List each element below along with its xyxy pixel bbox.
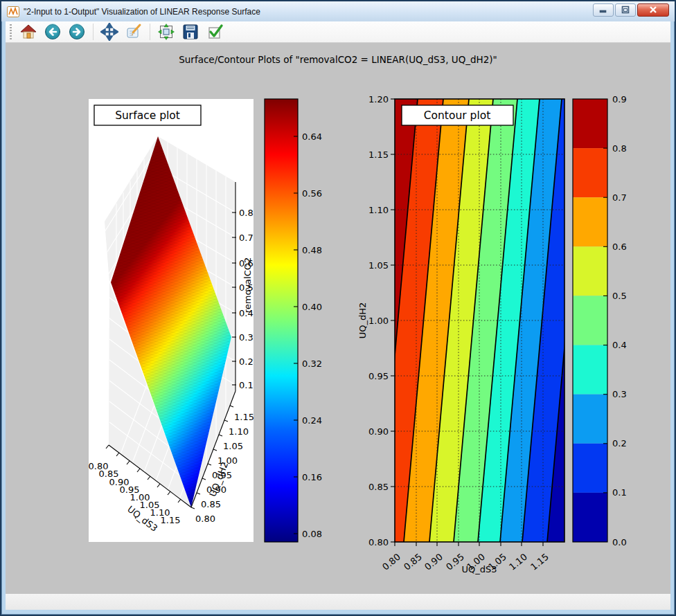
y-tick: 0.85 bbox=[201, 499, 221, 509]
back-icon bbox=[44, 23, 62, 41]
contour-y-label: UQ_dH2 bbox=[357, 302, 368, 339]
toolbar-separator bbox=[150, 24, 150, 40]
forward-icon bbox=[68, 23, 86, 41]
surface-plot: 0.8 0.7 0.6 0.5 0.4 0.3 0.2 0.1 removalC… bbox=[89, 99, 254, 542]
colorbar-tick: 0.40 bbox=[302, 302, 322, 312]
contour-x-label: UQ_dS3 bbox=[461, 564, 497, 574]
colorbar-tick: 0.3 bbox=[612, 389, 627, 399]
close-button[interactable] bbox=[637, 3, 669, 17]
colorbar-tick: 0.08 bbox=[302, 529, 322, 539]
x-tick: 0.80 bbox=[380, 552, 402, 572]
y-tick: 0.85 bbox=[368, 482, 389, 492]
minimize-icon bbox=[598, 6, 608, 14]
edit-plot-button[interactable] bbox=[124, 22, 143, 42]
back-button[interactable] bbox=[43, 22, 62, 42]
x-tick: 1.15 bbox=[528, 552, 551, 572]
colorbar-tick: 0.24 bbox=[302, 415, 322, 426]
maximize-icon bbox=[621, 6, 630, 14]
toolbar-separator bbox=[93, 24, 94, 40]
x-tick: 1.15 bbox=[161, 515, 181, 525]
pan-icon bbox=[100, 23, 118, 41]
figure-suptitle: Surface/Contour Plots of "removalCO2 = L… bbox=[179, 54, 497, 65]
colorbar-tick: 0.5 bbox=[612, 291, 627, 301]
contour-colorbar: 0.9 0.8 0.7 0.6 0.5 0.4 0.3 0.2 0.1 0.0 bbox=[573, 94, 627, 547]
window-title: "2-Input to 1-Output" Visualization of L… bbox=[24, 7, 260, 17]
y-tick: 1.15 bbox=[368, 150, 389, 160]
colorbar-tick: 0.56 bbox=[302, 188, 322, 199]
check-icon bbox=[206, 23, 224, 41]
minimize-button[interactable] bbox=[593, 3, 614, 17]
colorbar-tick: 0.9 bbox=[612, 94, 627, 105]
window-controls bbox=[593, 0, 669, 24]
pan-button[interactable] bbox=[100, 22, 119, 42]
colorbar-tick: 0.32 bbox=[302, 359, 322, 369]
apply-check-button[interactable] bbox=[205, 22, 224, 42]
colorbar-tick: 0.64 bbox=[302, 132, 322, 142]
app-window: "2-Input to 1-Output" Visualization of L… bbox=[0, 0, 676, 616]
home-button[interactable] bbox=[19, 22, 38, 42]
home-icon bbox=[19, 23, 37, 41]
y-tick: 0.90 bbox=[368, 426, 389, 437]
contour-x-ticks bbox=[395, 542, 543, 546]
app-logo-icon bbox=[7, 6, 19, 17]
edit-plot-icon bbox=[125, 23, 143, 41]
colorbar-tick: 0.4 bbox=[612, 340, 627, 350]
surface-title: Surface plot bbox=[115, 109, 180, 122]
y-tick: 1.10 bbox=[368, 205, 389, 215]
maximize-button[interactable] bbox=[615, 3, 636, 17]
surface-z-axis: 0.8 0.7 0.6 0.5 0.4 0.3 0.2 0.1 removalC… bbox=[232, 182, 254, 391]
z-tick: 0.3 bbox=[239, 332, 254, 343]
contour-y-ticks bbox=[391, 99, 395, 542]
colorbar-tick: 0.7 bbox=[612, 192, 627, 203]
colorbar-tick: 0.2 bbox=[612, 438, 627, 449]
y-tick: 1.15 bbox=[234, 412, 254, 422]
configure-subplots-button[interactable] bbox=[157, 22, 176, 42]
titlebar[interactable]: "2-Input to 1-Output" Visualization of L… bbox=[1, 1, 675, 21]
y-tick: 1.10 bbox=[229, 426, 249, 437]
status-bar bbox=[6, 594, 670, 610]
y-tick: 0.80 bbox=[368, 537, 389, 547]
y-tick: 0.80 bbox=[195, 514, 215, 524]
y-tick: 1.05 bbox=[368, 260, 389, 271]
y-tick: 1.05 bbox=[223, 441, 243, 451]
toolbar-drag-handle[interactable] bbox=[10, 24, 12, 39]
y-tick: 1.00 bbox=[368, 316, 389, 326]
x-tick: 0.85 bbox=[402, 552, 424, 572]
forward-button[interactable] bbox=[67, 22, 87, 42]
plot-toolbar bbox=[6, 21, 670, 43]
y-tick: 0.95 bbox=[368, 371, 389, 381]
colorbar-tick: 0.1 bbox=[612, 487, 627, 498]
z-tick: 0.1 bbox=[239, 380, 254, 390]
configure-subplots-icon bbox=[157, 23, 175, 41]
colorbar-tick: 0.0 bbox=[612, 537, 627, 547]
surface-colorbar: 0.64 0.56 0.48 0.40 0.32 0.24 0.16 0.08 bbox=[265, 99, 322, 542]
figure-canvas: Surface/Contour Plots of "removalCO2 = L… bbox=[6, 43, 670, 594]
x-tick: 0.90 bbox=[423, 552, 445, 572]
z-tick: 0.7 bbox=[239, 233, 254, 243]
colorbar-tick: 0.8 bbox=[612, 143, 627, 154]
colorbar-tick: 0.6 bbox=[612, 242, 627, 252]
colorbar-tick: 0.16 bbox=[302, 472, 322, 482]
save-icon bbox=[181, 23, 199, 41]
contour-title: Contour plot bbox=[424, 109, 491, 122]
y-tick: 1.20 bbox=[368, 94, 389, 105]
x-tick: 1.10 bbox=[507, 552, 529, 572]
surface-z-label: removalCO2 bbox=[242, 257, 253, 314]
z-tick: 0.2 bbox=[239, 356, 254, 367]
z-tick: 0.8 bbox=[239, 208, 254, 218]
save-button[interactable] bbox=[181, 22, 200, 42]
figure: Surface/Contour Plots of "removalCO2 = L… bbox=[6, 43, 670, 594]
close-icon bbox=[648, 6, 658, 14]
colorbar-tick: 0.48 bbox=[302, 245, 322, 255]
